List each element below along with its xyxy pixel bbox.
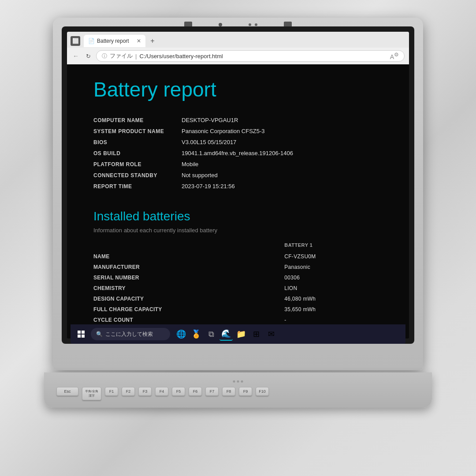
table-row: FULL CHARGE CAPACITY 35,650 mWh	[93, 304, 383, 315]
value-manufacturer: Panasonic	[275, 262, 383, 272]
speaker-dots	[233, 380, 243, 383]
value-name: CF-VZSU0M	[275, 251, 383, 262]
label-chemistry: CHEMISTRY	[93, 283, 275, 294]
browser-sidebar-icon[interactable]: ⬜	[71, 36, 80, 46]
table-row: MANUFACTURER Panasonic	[93, 262, 383, 272]
label-system-product: SYSTEM PRODUCT NAME	[93, 126, 182, 137]
value-serial: 00306	[275, 272, 383, 283]
indicator-left	[249, 23, 251, 26]
table-row: SERIAL NUMBER 00306	[93, 272, 383, 283]
browser-tab[interactable]: 📄 Battery report ✕	[84, 35, 145, 47]
table-row: CHEMISTRY LION	[93, 283, 383, 294]
table-row: OS BUILD 19041.1.amd64fre.vb_release.191…	[93, 148, 383, 159]
browser-window: ⬜ 📄 Battery report ✕ + ← ↻ ⓘ ファイル	[67, 32, 409, 338]
svg-rect-1	[82, 331, 85, 334]
taskbar-icon-mail[interactable]: ✉	[264, 327, 278, 338]
search-icon: 🔍	[96, 331, 103, 337]
table-row: CONNECTED STANDBY Not supported	[93, 170, 383, 181]
label-connected-standby: CONNECTED STANDBY	[93, 170, 182, 181]
key-f6[interactable]: F6	[189, 387, 202, 396]
key-f4[interactable]: F4	[155, 387, 168, 396]
taskbar-icon-medal[interactable]: 🏅	[190, 327, 203, 338]
table-row: COMPUTER NAME DESKTOP-VPGAU1R	[93, 115, 383, 126]
label-serial: SERIAL NUMBER	[93, 272, 275, 283]
browser-content: Battery report COMPUTER NAME DESKTOP-VPG…	[67, 64, 409, 338]
table-row: BIOS V3.00L15 05/15/2017	[93, 137, 383, 148]
value-os-build: 19041.1.amd64fre.vb_release.191206-1406	[182, 148, 383, 159]
key-f1[interactable]: F1	[105, 387, 118, 396]
value-full-charge: 35,650 mWh	[275, 304, 383, 315]
value-system-product: Panasonic Corporation CFSZ5-3	[182, 126, 383, 137]
svg-rect-0	[78, 331, 81, 334]
value-connected-standby: Not supported	[182, 170, 383, 181]
installed-batteries-title: Installed batteries	[93, 209, 383, 223]
label-computer-name: COMPUTER NAME	[93, 115, 182, 126]
table-row: DESIGN CAPACITY 46,080 mWh	[93, 294, 383, 304]
info-icon: ⓘ	[102, 52, 107, 60]
key-hankaku[interactable]: 半角/全角漢字	[82, 387, 101, 400]
page-title: Battery report	[93, 78, 383, 101]
taskbar-search[interactable]: 🔍 ここに入力して検索	[91, 328, 170, 338]
tab-close-button[interactable]: ✕	[137, 38, 141, 44]
svg-rect-3	[82, 335, 85, 338]
value-design-capacity: 46,080 mWh	[275, 294, 383, 304]
label-full-charge: FULL CHARGE CAPACITY	[93, 304, 275, 315]
key-f10[interactable]: F10	[256, 387, 269, 396]
indicator-right	[255, 23, 257, 26]
keyboard-area: Esc 半角/全角漢字 F1 F2 F3 F4 F5 F6 F7 F8 F9 F…	[53, 383, 423, 410]
table-row: NAME CF-VZSU0M	[93, 251, 383, 262]
key-f8[interactable]: F8	[222, 387, 235, 396]
label-manufacturer: MANUFACTURER	[93, 262, 275, 272]
battery-table-header: BATTERY 1	[93, 242, 383, 251]
screen-bezel: ⬜ 📄 Battery report ✕ + ← ↻ ⓘ ファイル	[62, 26, 414, 344]
system-info-table: COMPUTER NAME DESKTOP-VPGAU1R SYSTEM PRO…	[93, 115, 383, 192]
label-os-build: OS BUILD	[93, 148, 182, 159]
key-f2[interactable]: F2	[122, 387, 135, 396]
address-bar-row: ← ↻ ⓘ ファイル | C:/Users/user/battery-repor…	[67, 48, 409, 64]
value-computer-name: DESKTOP-VPGAU1R	[182, 115, 383, 126]
file-protocol-label: ファイル	[110, 52, 133, 60]
taskbar-icon-edge[interactable]: 🌊	[219, 327, 233, 338]
taskbar: 🔍 ここに入力して検索 🌐 🏅 ⧉ 🌊 📁 ⊞ ✉	[71, 324, 405, 338]
installed-batteries-subtitle: Information about each currently install…	[93, 227, 383, 234]
refresh-button[interactable]: ↻	[84, 52, 93, 60]
label-cycle-count: CYCLE COUNT	[93, 315, 275, 325]
address-bar[interactable]: ⓘ ファイル | C:/Users/user/battery-report.ht…	[96, 50, 405, 62]
label-report-time: REPORT TIME	[93, 181, 182, 192]
tab-label: Battery report	[97, 38, 129, 44]
label-bios: BIOS	[93, 137, 182, 148]
battery-table: BATTERY 1 NAME CF-VZSU0M MANUFACTURER Pa…	[93, 242, 383, 325]
value-chemistry: LION	[275, 283, 383, 294]
key-esc[interactable]: Esc	[56, 387, 78, 396]
url-text: C:/Users/user/battery-report.html	[139, 53, 223, 60]
read-mode-button[interactable]: A⚙	[390, 52, 399, 60]
svg-rect-2	[78, 335, 81, 338]
tab-doc-icon: 📄	[88, 38, 94, 44]
laptop-body: ⬜ 📄 Battery report ✕ + ← ↻ ⓘ ファイル	[53, 18, 423, 370]
camera-dot	[219, 23, 222, 26]
label-name: NAME	[93, 251, 275, 262]
col-label	[93, 242, 275, 251]
key-f9[interactable]: F9	[239, 387, 252, 396]
value-report-time: 2023-07-19 15:21:56	[182, 181, 383, 192]
value-platform-role: Mobile	[182, 159, 383, 170]
col-battery1: BATTERY 1	[275, 242, 383, 251]
key-f3[interactable]: F3	[138, 387, 152, 396]
new-tab-button[interactable]: +	[147, 36, 158, 46]
taskbar-icon-folder[interactable]: 📁	[234, 327, 248, 338]
browser-chrome: ⬜ 📄 Battery report ✕ + ← ↻ ⓘ ファイル	[67, 32, 409, 64]
taskbar-icons: 🌐 🏅 ⧉ 🌊 📁 ⊞ ✉	[175, 327, 278, 338]
tab-bar: ⬜ 📄 Battery report ✕ +	[67, 32, 409, 48]
key-f7[interactable]: F7	[205, 387, 219, 396]
taskbar-icon-store[interactable]: ⊞	[249, 327, 263, 338]
back-button[interactable]: ←	[71, 52, 80, 60]
taskbar-icon-multitask[interactable]: ⧉	[205, 327, 218, 338]
separator: |	[135, 53, 137, 60]
value-cycle-count: -	[275, 315, 383, 325]
taskbar-icon-globe[interactable]: 🌐	[175, 327, 188, 338]
search-placeholder: ここに入力して検索	[105, 331, 153, 338]
table-row: CYCLE COUNT -	[93, 315, 383, 325]
key-f5[interactable]: F5	[172, 387, 185, 396]
value-bios: V3.00L15 05/15/2017	[182, 137, 383, 148]
windows-start-button[interactable]	[74, 327, 88, 338]
